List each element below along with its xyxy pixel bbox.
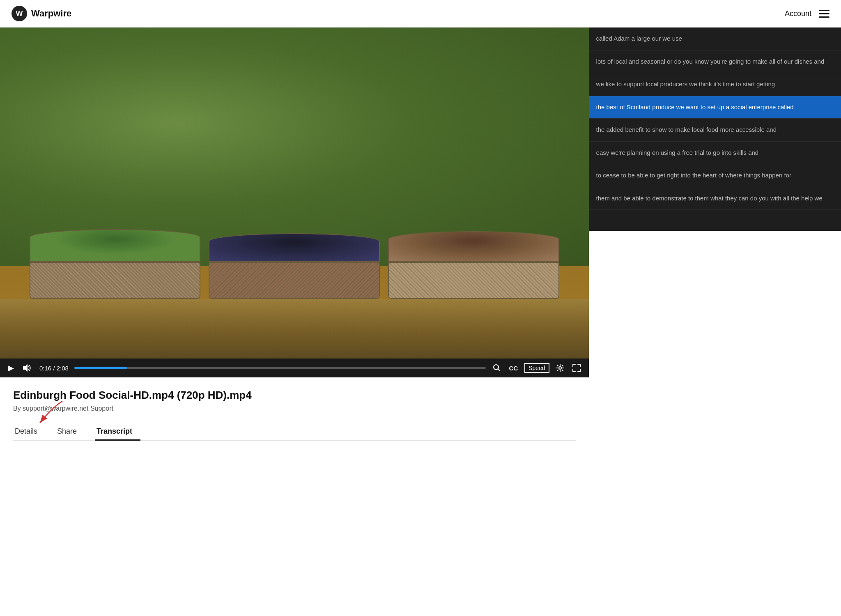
main-content: ▶ 0:16 / 2:08: [0, 28, 841, 441]
speed-button[interactable]: Speed: [524, 363, 549, 373]
volume-icon: [23, 364, 32, 372]
fullscreen-icon: [572, 364, 581, 372]
logo-area: W Warpwire: [11, 6, 71, 21]
progress-bar[interactable]: [74, 367, 486, 369]
app-header: W Warpwire Account: [0, 0, 841, 28]
transcript-panel: called Adam a large our we use lots of l…: [589, 28, 841, 231]
settings-button[interactable]: [554, 363, 566, 373]
controls-right: CC Speed: [492, 363, 582, 373]
tab-share[interactable]: Share: [55, 424, 85, 440]
transcript-item-6[interactable]: easy we're planning on using a free tria…: [589, 142, 841, 165]
search-icon: [493, 364, 501, 372]
tabs-row: Details Share Transcript: [13, 424, 576, 441]
tab-transcript[interactable]: Transcript: [95, 424, 140, 440]
basket-3: [388, 231, 559, 299]
transcript-item-7[interactable]: to cease to be able to get right into th…: [589, 164, 841, 187]
play-button[interactable]: ▶: [7, 363, 16, 373]
video-section: ▶ 0:16 / 2:08: [0, 28, 589, 441]
basket-area: [30, 229, 559, 299]
below-video: Edinburgh Food Social-HD.mp4 (720p HD).m…: [0, 377, 589, 441]
video-frame: [0, 28, 589, 359]
time-display: 0:16 / 2:08: [39, 365, 69, 372]
svg-marker-0: [23, 364, 28, 372]
gear-icon: [556, 364, 564, 372]
tab-details[interactable]: Details: [13, 424, 46, 440]
volume-button[interactable]: [21, 363, 34, 372]
search-button[interactable]: [492, 363, 502, 372]
fullscreen-button[interactable]: [571, 363, 582, 373]
video-title: Edinburgh Food Social-HD.mp4 (720p HD).m…: [13, 389, 576, 402]
account-label[interactable]: Account: [785, 9, 811, 18]
transcript-item-5[interactable]: the added benefit to show to make local …: [589, 119, 841, 142]
svg-point-1: [494, 365, 499, 370]
header-right: Account: [785, 9, 830, 18]
transcript-item-1[interactable]: called Adam a large our we use: [589, 28, 841, 51]
svg-line-2: [498, 369, 501, 372]
svg-point-3: [559, 367, 561, 369]
transcript-item-8[interactable]: them and be able to demonstrate to them …: [589, 187, 841, 210]
basket-1: [30, 229, 201, 299]
cc-button[interactable]: CC: [507, 364, 519, 372]
video-controls-bar: ▶ 0:16 / 2:08: [0, 359, 589, 377]
tabs-container: Details Share Transcript: [13, 424, 576, 441]
video-player[interactable]: [0, 28, 589, 359]
transcript-item-3[interactable]: we like to support local producers we th…: [589, 73, 841, 96]
video-author: By support@warpwire.net Support: [13, 405, 576, 412]
transcript-item-2[interactable]: lots of local and seasonal or do you kno…: [589, 51, 841, 74]
brand-name: Warpwire: [31, 8, 71, 19]
logo-icon: W: [11, 6, 27, 21]
progress-fill: [74, 367, 127, 369]
transcript-item-4[interactable]: the best of Scotland produce we want to …: [589, 96, 841, 119]
basket-2: [209, 233, 380, 299]
wood-shelf: [0, 299, 589, 359]
hamburger-menu[interactable]: [819, 10, 830, 18]
